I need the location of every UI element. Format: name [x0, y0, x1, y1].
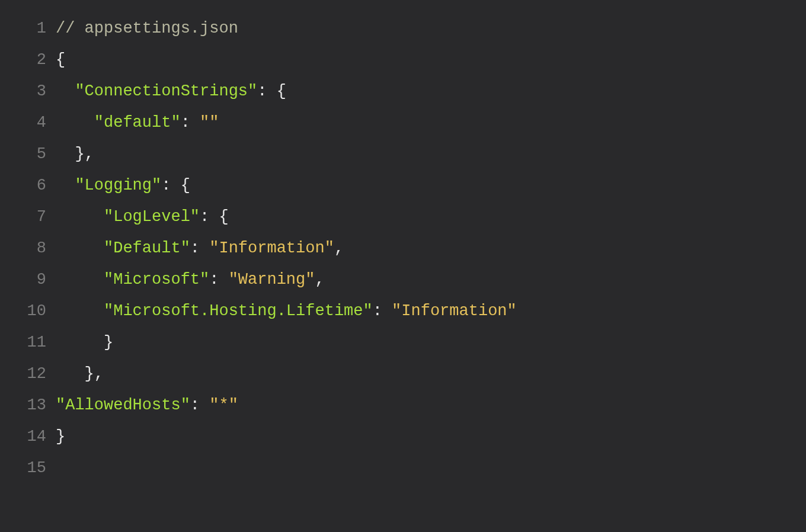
brace-token: }	[56, 428, 65, 446]
code-line: 14 }	[0, 421, 806, 453]
code-content: // appsettings.json	[56, 13, 806, 44]
line-number: 13	[0, 390, 56, 421]
colon-token: :	[190, 396, 209, 414]
code-line: 4 "default": ""	[0, 107, 806, 139]
line-number: 7	[0, 201, 56, 233]
json-key: "Logging"	[75, 177, 161, 194]
brace-token: {	[181, 177, 190, 194]
code-line: 11 }	[0, 327, 806, 358]
comma-token: ,	[85, 145, 94, 163]
code-line: 9 "Microsoft": "Warning",	[0, 264, 806, 296]
code-line: 15	[0, 453, 806, 484]
colon-token: :	[181, 114, 200, 132]
colon-token: :	[257, 82, 276, 100]
brace-token: {	[219, 208, 228, 226]
line-number: 1	[0, 13, 56, 44]
code-line: 8 "Default": "Information",	[0, 233, 806, 264]
indent-token	[56, 145, 75, 163]
indent-token	[56, 334, 104, 351]
line-number: 11	[0, 327, 56, 358]
colon-token: :	[209, 271, 228, 289]
colon-token: :	[200, 208, 219, 226]
json-string: "Information"	[392, 302, 517, 320]
line-number: 10	[0, 296, 56, 327]
code-content: "ConnectionStrings": {	[56, 76, 806, 107]
brace-token: }	[85, 365, 94, 383]
code-line: 10 "Microsoft.Hosting.Lifetime": "Inform…	[0, 296, 806, 327]
code-content: "Default": "Information",	[56, 233, 806, 264]
colon-token: :	[373, 302, 392, 320]
line-number: 4	[0, 107, 56, 139]
comma-token: ,	[315, 271, 324, 289]
indent-token	[56, 365, 85, 383]
brace-token: }	[104, 334, 113, 351]
code-line: 3 "ConnectionStrings": {	[0, 76, 806, 107]
code-line: 7 "LogLevel": {	[0, 201, 806, 233]
line-number: 14	[0, 421, 56, 453]
json-string: ""	[200, 114, 219, 132]
code-editor: 1 // appsettings.json 2 { 3 "ConnectionS…	[0, 0, 806, 484]
code-content: "LogLevel": {	[56, 201, 806, 233]
comma-token: ,	[94, 365, 104, 383]
json-key: "Microsoft"	[104, 271, 209, 289]
indent-token	[56, 114, 94, 132]
indent-token	[56, 177, 75, 194]
line-number: 8	[0, 233, 56, 264]
indent-token	[56, 208, 104, 226]
brace-token: }	[75, 145, 84, 163]
json-key: "LogLevel"	[104, 208, 200, 226]
indent-token	[56, 239, 104, 257]
json-key: "default"	[94, 114, 181, 132]
code-line: 6 "Logging": {	[0, 170, 806, 201]
line-number: 15	[0, 453, 56, 484]
indent-token	[56, 302, 104, 320]
json-string: "Warning"	[229, 271, 315, 289]
code-content: }	[56, 327, 806, 358]
code-content: "default": ""	[56, 107, 806, 139]
code-content: "AllowedHosts": "*"	[56, 390, 806, 421]
line-number: 5	[0, 139, 56, 170]
code-content: },	[56, 358, 806, 390]
comma-token: ,	[334, 239, 344, 257]
line-number: 12	[0, 358, 56, 390]
json-key: "ConnectionStrings"	[75, 82, 257, 100]
indent-token	[56, 82, 75, 100]
code-content: },	[56, 139, 806, 170]
brace-token: {	[56, 51, 65, 69]
code-line: 12 },	[0, 358, 806, 390]
code-content: "Microsoft": "Warning",	[56, 264, 806, 296]
code-content: "Microsoft.Hosting.Lifetime": "Informati…	[56, 296, 806, 327]
json-string: "*"	[209, 396, 238, 414]
code-content: "Logging": {	[56, 170, 806, 201]
code-line: 1 // appsettings.json	[0, 13, 806, 44]
code-line: 13 "AllowedHosts": "*"	[0, 390, 806, 421]
code-content: {	[56, 44, 806, 76]
code-line: 5 },	[0, 139, 806, 170]
colon-token: :	[190, 239, 209, 257]
line-number: 6	[0, 170, 56, 201]
code-line: 2 {	[0, 44, 806, 76]
line-number: 9	[0, 264, 56, 296]
json-key: "Microsoft.Hosting.Lifetime"	[104, 302, 373, 320]
json-key: "AllowedHosts"	[56, 396, 190, 414]
indent-token	[56, 271, 104, 289]
line-number: 3	[0, 76, 56, 107]
line-number: 2	[0, 44, 56, 76]
json-string: "Information"	[209, 239, 334, 257]
colon-token: :	[161, 177, 180, 194]
brace-token: {	[277, 82, 286, 100]
comment-token: // appsettings.json	[56, 20, 238, 37]
json-key: "Default"	[104, 239, 190, 257]
code-content: }	[56, 421, 806, 453]
